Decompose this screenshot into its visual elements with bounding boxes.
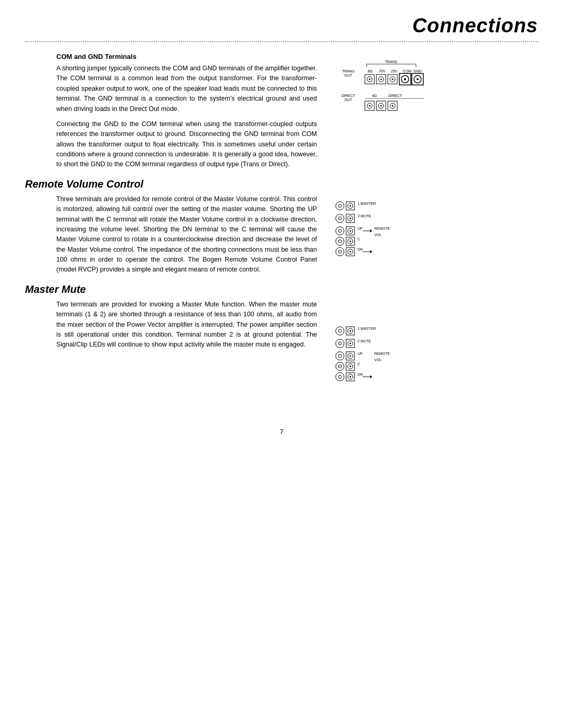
svg-point-65	[350, 241, 351, 242]
svg-text:UP: UP	[358, 227, 363, 230]
svg-point-99	[350, 366, 351, 367]
svg-text:4Ω: 4Ω	[372, 94, 376, 97]
master-mute-section: Master Mute Two terminals are provided f…	[25, 283, 317, 350]
svg-text:COM: COM	[403, 69, 412, 73]
remote-volume-section: Remote Volume Control Three terminals ar…	[25, 178, 317, 275]
svg-text:UP: UP	[358, 352, 363, 355]
svg-point-86	[350, 343, 351, 344]
left-column: COM and GND Terminals A shorting jumper …	[25, 53, 327, 407]
svg-point-103	[338, 375, 341, 378]
svg-point-33	[369, 105, 371, 107]
svg-text:2  MUTE: 2 MUTE	[358, 214, 371, 218]
page: Connections COM and GND Terminals A shor…	[0, 0, 563, 728]
svg-point-61	[336, 237, 344, 245]
svg-point-22	[404, 78, 406, 80]
svg-point-72	[350, 251, 351, 253]
svg-point-46	[336, 214, 344, 223]
svg-point-40	[336, 202, 344, 210]
svg-text:25V: 25V	[391, 69, 398, 73]
svg-text:TRANS: TRANS	[385, 60, 397, 64]
svg-point-89	[338, 354, 341, 357]
trans-diagram-container: TRANS TRANS OUT 8Ω 70V 25V COM GND	[333, 58, 437, 131]
svg-point-77	[338, 329, 341, 332]
master-mute-para: Two terminals are provided for invoking …	[56, 300, 317, 350]
svg-text:1  MASTER: 1 MASTER	[358, 202, 376, 205]
remote-volume-para: Three terminals are provided for remote …	[56, 194, 317, 275]
svg-point-47	[338, 217, 341, 220]
svg-point-106	[350, 376, 351, 378]
svg-text:DIRECT: DIRECT	[341, 94, 356, 97]
svg-marker-75	[370, 250, 372, 253]
svg-text:VOL: VOL	[374, 233, 382, 237]
svg-point-53	[338, 229, 341, 232]
svg-point-13	[369, 79, 371, 80]
svg-point-88	[336, 352, 344, 360]
svg-text:REMOTE: REMOTE	[374, 227, 390, 230]
header: Connections	[0, 0, 563, 37]
svg-text:GND: GND	[413, 69, 422, 73]
svg-point-39	[392, 105, 394, 107]
svg-text:70V: 70V	[379, 69, 386, 73]
svg-point-83	[338, 342, 341, 345]
svg-point-76	[336, 327, 344, 335]
svg-point-16	[381, 79, 382, 80]
master-mute-diagram-container: 1 MASTER 2 MUTE UP REMOTE	[333, 324, 416, 386]
com-gnd-para2: Connecting the GND to the COM terminal w…	[56, 119, 317, 170]
svg-text:C: C	[358, 362, 360, 366]
main-content: COM and GND Terminals A shorting jumper …	[0, 42, 563, 407]
svg-text:DN: DN	[358, 248, 363, 251]
svg-point-95	[336, 362, 344, 371]
svg-text:2  MUTE: 2 MUTE	[358, 339, 371, 343]
svg-point-41	[338, 204, 341, 207]
svg-point-25	[417, 78, 419, 80]
svg-marker-59	[370, 229, 372, 232]
remote-vol-diagram: 1 MASTER 2 MUTE UP	[333, 199, 416, 261]
svg-point-19	[392, 79, 394, 80]
svg-text:C: C	[358, 237, 360, 241]
svg-point-96	[338, 365, 341, 368]
remote-vol-diagram-container: 1 MASTER 2 MUTE UP	[333, 199, 416, 261]
svg-text:8Ω: 8Ω	[368, 69, 372, 73]
trans-diagram: TRANS TRANS OUT 8Ω 70V 25V COM GND	[333, 58, 437, 131]
svg-text:1  MASTER: 1 MASTER	[358, 327, 376, 330]
svg-point-102	[336, 373, 344, 381]
svg-point-44	[350, 205, 351, 207]
svg-marker-109	[370, 375, 372, 378]
svg-point-92	[350, 355, 351, 357]
svg-text:OUT: OUT	[345, 73, 353, 77]
master-mute-heading: Master Mute	[25, 283, 317, 295]
svg-point-82	[336, 339, 344, 348]
svg-point-62	[338, 240, 341, 243]
svg-text:DN: DN	[358, 373, 363, 376]
svg-point-52	[336, 227, 344, 235]
page-title: Connections	[412, 15, 538, 37]
remote-volume-heading: Remote Volume Control	[25, 178, 317, 190]
svg-text:OUT: OUT	[345, 98, 353, 102]
svg-text:DIRECT: DIRECT	[388, 94, 402, 97]
page-number: 7	[0, 428, 563, 446]
svg-point-36	[381, 105, 382, 107]
svg-point-69	[338, 250, 341, 253]
svg-point-50	[350, 218, 351, 219]
master-mute-diagram: 1 MASTER 2 MUTE UP REMOTE	[333, 324, 416, 386]
svg-point-68	[336, 248, 344, 256]
svg-point-56	[350, 230, 351, 232]
svg-point-80	[350, 330, 351, 332]
svg-text:TRANS: TRANS	[342, 69, 354, 73]
svg-text:VOL: VOL	[374, 358, 382, 362]
com-gnd-para1: A shorting jumper typically connects the…	[56, 64, 317, 114]
svg-text:REMOTE: REMOTE	[374, 352, 390, 355]
right-column: TRANS TRANS OUT 8Ω 70V 25V COM GND	[327, 53, 538, 407]
com-gnd-heading: COM and GND Terminals	[56, 53, 317, 60]
com-gnd-section: COM and GND Terminals A shorting jumper …	[25, 53, 317, 170]
